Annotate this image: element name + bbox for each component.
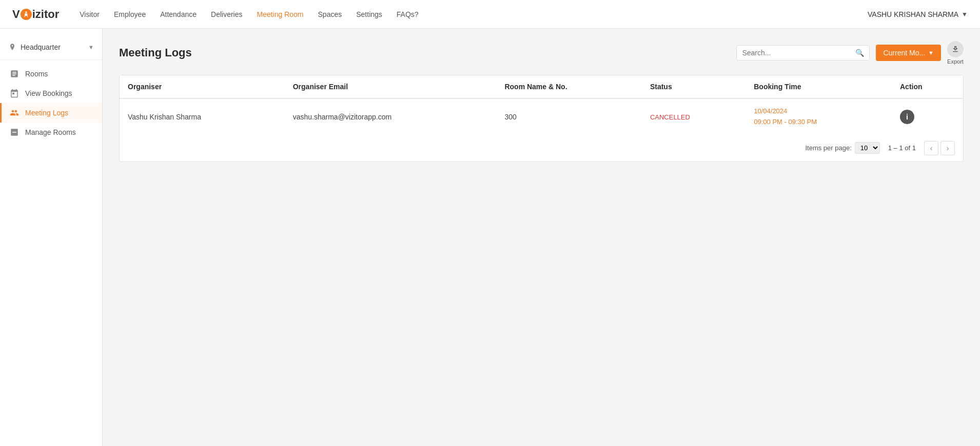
sidebar-manage-rooms-label: Manage Rooms (25, 128, 76, 136)
search-input[interactable] (742, 49, 855, 57)
items-per-page: Items per page: 10 25 50 (805, 142, 879, 154)
logo-text-v: V (12, 8, 20, 21)
export-label: Export (947, 58, 964, 65)
search-box: 🔍 (736, 45, 870, 60)
prev-page-button[interactable]: ‹ (924, 141, 938, 155)
export-icon (947, 41, 964, 57)
user-menu[interactable]: VASHU KRISHAN SHARMA ▼ (868, 10, 968, 18)
logo-text-izitor: izitor (32, 8, 60, 21)
layout: Headquarter ▼ Rooms View Bookings Meetin… (0, 29, 980, 446)
nav-employee[interactable]: Employee (114, 10, 146, 18)
sidebar-item-meeting-logs[interactable]: Meeting Logs (0, 103, 102, 123)
sidebar-rooms-label: Rooms (25, 70, 48, 78)
items-per-page-label: Items per page: (805, 144, 851, 152)
sidebar-view-bookings-label: View Bookings (25, 89, 72, 97)
next-page-button[interactable]: › (940, 141, 955, 155)
meeting-logs-table: Organiser Organiser Email Room Name & No… (120, 75, 963, 135)
booking-time-display: 10/04/2024 09:00 PM - 09:30 PM (754, 106, 884, 128)
col-organiser: Organiser (120, 75, 285, 98)
location-chevron-icon: ▼ (88, 44, 94, 50)
status-badge: CANCELLED (650, 113, 690, 121)
user-chevron-icon: ▼ (962, 11, 968, 18)
nav-attendance[interactable]: Attendance (160, 10, 197, 18)
sidebar-meeting-logs-label: Meeting Logs (25, 109, 68, 117)
nav-spaces[interactable]: Spaces (318, 10, 342, 18)
meeting-logs-table-container: Organiser Organiser Email Room Name & No… (119, 75, 964, 162)
top-navigation: V izitor Visitor Employee Attendance Del… (0, 0, 980, 29)
current-month-button[interactable]: Current Mo... ▼ (876, 45, 941, 61)
col-booking-time: Booking Time (746, 75, 892, 98)
pagination: Items per page: 10 25 50 1 – 1 of 1 ‹ › (120, 135, 963, 161)
page-range: 1 – 1 of 1 (888, 144, 916, 152)
logo[interactable]: V izitor (12, 8, 59, 21)
cell-organiser: Vashu Krishan Sharma (120, 98, 285, 135)
page-header: Meeting Logs 🔍 Current Mo... ▼ Ex (119, 41, 964, 65)
user-name: VASHU KRISHAN SHARMA (868, 10, 958, 18)
cell-status: CANCELLED (642, 98, 746, 135)
sidebar: Headquarter ▼ Rooms View Bookings Meetin… (0, 29, 103, 446)
per-page-select[interactable]: 10 25 50 (855, 142, 880, 154)
nav-deliveries[interactable]: Deliveries (211, 10, 242, 18)
location-selector[interactable]: Headquarter ▼ (0, 39, 102, 60)
page-title: Meeting Logs (119, 46, 192, 59)
table-header-row: Organiser Organiser Email Room Name & No… (120, 75, 963, 98)
nav-links: Visitor Employee Attendance Deliveries M… (80, 10, 868, 18)
col-room: Room Name & No. (496, 75, 641, 98)
nav-settings[interactable]: Settings (356, 10, 382, 18)
location-label: Headquarter (21, 43, 61, 51)
export-button[interactable]: Export (947, 41, 964, 65)
info-icon[interactable]: i (900, 110, 914, 124)
main-content: Meeting Logs 🔍 Current Mo... ▼ Ex (103, 29, 980, 446)
col-action: Action (892, 75, 963, 98)
search-icon: 🔍 (855, 49, 864, 57)
nav-visitor[interactable]: Visitor (80, 10, 100, 18)
sidebar-item-rooms[interactable]: Rooms (0, 64, 102, 84)
sidebar-item-manage-rooms[interactable]: Manage Rooms (0, 123, 102, 142)
sidebar-item-view-bookings[interactable]: View Bookings (0, 84, 102, 103)
current-month-label: Current Mo... (883, 49, 925, 57)
nav-faqs[interactable]: FAQs? (397, 10, 419, 18)
table-row: Vashu Krishan Sharma vashu.sharma@vizito… (120, 98, 963, 135)
col-status: Status (642, 75, 746, 98)
cell-email: vashu.sharma@vizitorapp.com (285, 98, 497, 135)
booking-date: 10/04/2024 (754, 107, 787, 115)
logo-icon (21, 9, 32, 20)
booking-time-range: 09:00 PM - 09:30 PM (754, 118, 817, 126)
cell-action: i (892, 98, 963, 135)
cell-room: 300 (496, 98, 641, 135)
cell-booking-time: 10/04/2024 09:00 PM - 09:30 PM (746, 98, 892, 135)
current-month-chevron-icon: ▼ (928, 50, 934, 56)
nav-meeting-room[interactable]: Meeting Room (257, 10, 303, 18)
page-navigation: ‹ › (924, 141, 955, 155)
header-actions: 🔍 Current Mo... ▼ Export (736, 41, 964, 65)
col-organiser-email: Organiser Email (285, 75, 497, 98)
